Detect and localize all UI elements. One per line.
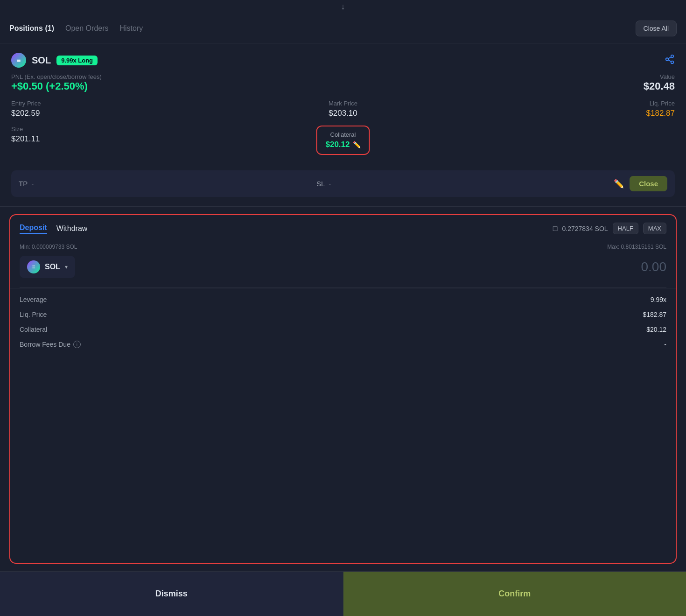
borrow-fees-value: - (664, 341, 666, 348)
size-label: Size (11, 126, 40, 133)
withdraw-tab[interactable]: Withdraw (56, 224, 88, 233)
liq-price-info-value: $182.87 (643, 311, 666, 318)
token-input-row: ≡ SOL ▾ 0.00 (20, 256, 666, 278)
amount-input[interactable]: 0.00 (641, 259, 667, 274)
sl-label: SL (316, 180, 325, 188)
size-item: Size $201.11 (11, 126, 40, 144)
liq-price-info-label: Liq. Price (20, 311, 47, 318)
collateral-info-value: $20.12 (646, 326, 666, 333)
top-navigation: Positions (1) Open Orders History Close … (0, 14, 686, 43)
price-grid: Entry Price $202.59 Mark Price $203.10 L… (11, 100, 675, 118)
min-constraint: Min: 0.000009733 SOL (20, 244, 77, 250)
pnl-label: PNL (Ex. open/close/borrow fees) (11, 73, 102, 80)
share-icon[interactable] (665, 54, 675, 67)
mark-price-item: Mark Price $203.10 (235, 100, 451, 118)
borrow-fees-row: Borrow Fees Due i - (20, 337, 666, 352)
size-collateral-row: Size $201.11 Collateral $20.12 ✏️ (11, 126, 675, 163)
symbol: SOL (32, 55, 51, 66)
close-position-button[interactable]: Close (630, 176, 667, 191)
sl-value: - (329, 180, 331, 188)
token-name: SOL (45, 263, 60, 271)
position-title: ≡ SOL 9.99x Long (11, 53, 98, 68)
token-sol-icon: ≡ (27, 260, 40, 273)
close-all-button[interactable]: Close All (636, 21, 677, 36)
position-card: ≡ SOL 9.99x Long PNL (Ex. open/close/bor… (0, 43, 686, 207)
entry-price-value: $202.59 (11, 109, 227, 118)
svg-line-4 (668, 56, 671, 58)
open-orders-tab[interactable]: Open Orders (65, 21, 108, 36)
collateral-amount: $20.12 (326, 140, 350, 149)
bottom-actions: Dismiss Confirm (0, 571, 686, 616)
leverage-value: 9.99x (651, 296, 666, 303)
sol-icon: ≡ (11, 53, 26, 68)
tp-label: TP (19, 180, 28, 188)
leverage-badge: 9.99x Long (56, 56, 98, 65)
wallet-icon: □ (553, 224, 558, 233)
token-selector[interactable]: ≡ SOL ▾ (20, 256, 75, 278)
pnl-value: +$0.50 (+2.50%) (11, 80, 102, 92)
leverage-row: Leverage 9.99x (20, 292, 666, 307)
position-header: ≡ SOL 9.99x Long (11, 53, 675, 68)
deposit-tab[interactable]: Deposit (20, 224, 47, 234)
top-arrow: ↓ (0, 0, 686, 14)
pnl-row: PNL (Ex. open/close/borrow fees) +$0.50 … (11, 73, 675, 92)
collateral-row: Collateral $20.12 (20, 322, 666, 337)
sl-item: SL - (316, 180, 331, 188)
tp-value: - (31, 180, 34, 188)
liq-price-row: Liq. Price $182.87 (20, 307, 666, 322)
chevron-down-icon: ▾ (65, 264, 68, 270)
tp-sl-edit-icon[interactable]: ✏️ (614, 179, 624, 189)
borrow-fees-label: Borrow Fees Due i (20, 341, 81, 348)
entry-price-label: Entry Price (11, 100, 227, 107)
liq-price-label: Liq. Price (459, 100, 675, 107)
liq-price-value: $182.87 (459, 109, 675, 118)
borrow-fees-info-icon: i (73, 341, 81, 348)
leverage-label: Leverage (20, 296, 47, 303)
wallet-balance: 0.2727834 SOL (562, 225, 608, 232)
svg-line-3 (668, 60, 671, 62)
positions-tab[interactable]: Positions (1) (9, 21, 54, 36)
value-label: Value (644, 73, 675, 80)
min-max-row: Min: 0.000009733 SOL Max: 0.801315161 SO… (20, 244, 666, 250)
mark-price-value: $203.10 (235, 109, 451, 118)
deposit-tab-left: Deposit Withdraw (20, 224, 87, 234)
tp-sl-actions: ✏️ Close (614, 176, 667, 191)
half-button[interactable]: HALF (613, 223, 638, 234)
liq-price-item: Liq. Price $182.87 (459, 100, 675, 118)
deposit-tabs-row: Deposit Withdraw □ 0.2727834 SOL HALF MA… (10, 215, 676, 240)
wallet-info: □ 0.2727834 SOL HALF MAX (553, 223, 666, 234)
deposit-input-area: Min: 0.000009733 SOL Max: 0.801315161 SO… (10, 240, 676, 278)
history-tab[interactable]: History (120, 21, 143, 36)
info-rows: Leverage 9.99x Liq. Price $182.87 Collat… (10, 288, 676, 352)
collateral-value: $20.12 ✏️ (326, 140, 361, 149)
tp-item: TP - (19, 180, 34, 188)
entry-price-item: Entry Price $202.59 (11, 100, 227, 118)
collateral-label: Collateral (326, 131, 361, 138)
collateral-info-label: Collateral (20, 326, 47, 333)
max-button[interactable]: MAX (643, 223, 666, 234)
deposit-panel: Deposit Withdraw □ 0.2727834 SOL HALF MA… (9, 214, 677, 564)
max-constraint: Max: 0.801315161 SOL (607, 244, 666, 250)
dismiss-button[interactable]: Dismiss (0, 572, 343, 616)
confirm-button[interactable]: Confirm (343, 572, 686, 616)
value-amount: $20.48 (644, 80, 675, 92)
tp-sl-row: TP - SL - ✏️ Close (11, 170, 675, 197)
mark-price-label: Mark Price (235, 100, 451, 107)
collateral-box: Collateral $20.12 ✏️ (316, 126, 370, 155)
size-value: $201.11 (11, 134, 40, 144)
collateral-edit-icon[interactable]: ✏️ (353, 141, 361, 148)
